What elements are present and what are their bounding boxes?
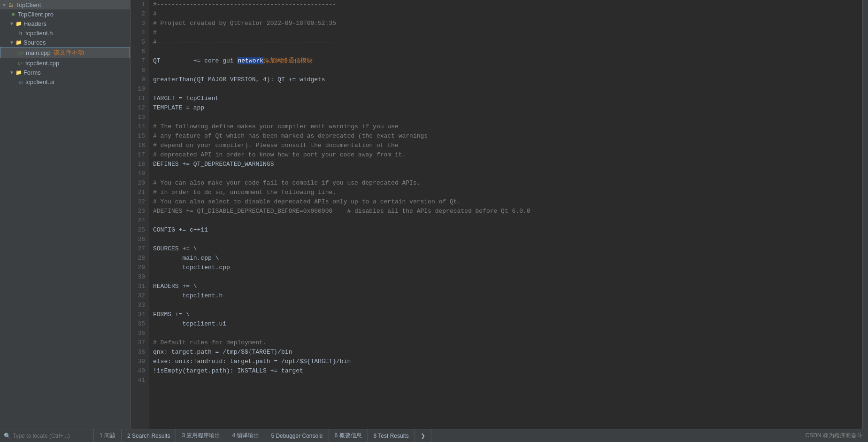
code-line-2: # xyxy=(153,9,859,19)
code-line-8 xyxy=(153,66,859,75)
code-line-30 xyxy=(153,272,859,282)
code-line-15: # any feature of Qt which has been marke… xyxy=(153,132,859,141)
code-line-1: #---------------------------------------… xyxy=(153,0,859,9)
cpp-file-icon: c+ xyxy=(17,49,25,56)
status-tab-more[interactable]: ❯ xyxy=(415,429,431,442)
status-tabs: 1 问题 2 Search Results 3 应用程序输出 4 编译输出 5 … xyxy=(94,429,799,442)
code-line-32: tcpclient.h xyxy=(153,291,859,301)
line-num-15: 15 xyxy=(134,132,145,141)
code-line-13 xyxy=(153,113,859,122)
status-tab-compile-output[interactable]: 4 编译输出 xyxy=(226,429,265,442)
tree-item-main-cpp[interactable]: c+ main.cpp 该文件不动 xyxy=(0,47,130,58)
code-line-25: CONFIG += c++11 xyxy=(153,225,859,235)
file-tree-sidebar: 🗂 TcpClient ■ TcpClient.pro 📁 Headers h … xyxy=(0,0,131,429)
tree-item-tcpclient-cpp[interactable]: c+ tcpclient.cpp xyxy=(0,58,130,68)
code-container: 1 2 3 4 5 6 7 8 9 10 11 12 13 14 15 16 1… xyxy=(131,0,862,429)
ui-file-icon: ui xyxy=(17,78,24,85)
tree-item-tcpclient-h[interactable]: h tcpclient.h xyxy=(0,28,130,38)
line-num-27: 27 xyxy=(134,244,145,254)
line-num-23: 23 xyxy=(134,207,145,216)
status-tab-app-output[interactable]: 3 应用程序输出 xyxy=(176,429,226,442)
line-num-18: 18 xyxy=(134,160,145,169)
line-num-32: 32 xyxy=(134,291,145,301)
pro-file-label: TcpClient.pro xyxy=(18,11,54,18)
tree-item-headers[interactable]: 📁 Headers xyxy=(0,19,130,28)
main-cpp-label: main.cpp xyxy=(26,49,51,56)
tree-item-tcpclient-ui[interactable]: ui tcpclient.ui xyxy=(0,77,130,86)
status-bar: 🔍 1 问题 2 Search Results 3 应用程序输出 4 编译输出 … xyxy=(0,429,868,442)
main-container: 🗂 TcpClient ■ TcpClient.pro 📁 Headers h … xyxy=(0,0,868,429)
code-line-27: SOURCES += \ xyxy=(153,244,859,254)
status-tab-search-results[interactable]: 2 Search Results xyxy=(122,429,176,442)
line-num-37: 37 xyxy=(134,338,145,348)
code-line-7: QT += core gui network添加网络通信模块 xyxy=(153,56,859,66)
tcpclient-cpp-label: tcpclient.cpp xyxy=(25,60,59,67)
search-input[interactable] xyxy=(13,433,83,439)
code-line-21: # In order to do so, uncomment the follo… xyxy=(153,188,859,197)
code-line-37: # Default rules for deployment. xyxy=(153,338,859,348)
tree-item-pro[interactable]: ■ TcpClient.pro xyxy=(0,9,130,19)
line-num-9: 9 xyxy=(134,75,145,85)
line-num-25: 25 xyxy=(134,225,145,235)
arrow-icon xyxy=(9,21,14,26)
tree-item-forms[interactable]: 📁 Forms xyxy=(0,68,130,77)
code-line-18: DEFINES += QT_DEPRECATED_WARNINGS xyxy=(153,160,859,169)
line-num-41: 41 xyxy=(134,376,145,385)
status-search-area: 🔍 xyxy=(0,429,94,442)
code-line-41 xyxy=(153,376,859,385)
line-num-19: 19 xyxy=(134,169,145,178)
code-line-14: # The following define makes your compil… xyxy=(153,122,859,132)
line-num-16: 16 xyxy=(134,141,145,150)
line-num-5: 5 xyxy=(134,38,145,47)
line-num-40: 40 xyxy=(134,366,145,376)
line-num-38: 38 xyxy=(134,348,145,357)
line-num-17: 17 xyxy=(134,150,145,160)
search-icon: 🔍 xyxy=(4,433,11,439)
line-num-35: 35 xyxy=(134,319,145,329)
line-num-11: 11 xyxy=(134,94,145,103)
project-label: TcpClient xyxy=(16,1,41,8)
line-num-3: 3 xyxy=(134,19,145,28)
line-num-8: 8 xyxy=(134,66,145,75)
status-tab-debugger-console[interactable]: 5 Debugger Console xyxy=(265,429,329,442)
code-line-36 xyxy=(153,329,859,338)
line-num-33: 33 xyxy=(134,301,145,310)
tcpclient-h-label: tcpclient.h xyxy=(25,30,53,37)
code-line-19 xyxy=(153,169,859,178)
forms-folder-icon: 📁 xyxy=(15,69,23,76)
tcpclient-ui-label: tcpclient.ui xyxy=(25,78,54,85)
cpp-file-icon2: c+ xyxy=(17,59,24,67)
code-line-16: # depend on your compiler). Please consu… xyxy=(153,141,859,150)
code-line-29: tcpclient.cpp xyxy=(153,263,859,272)
status-tab-test-results[interactable]: 8 Test Results xyxy=(368,429,415,442)
right-scrollbar[interactable] xyxy=(862,0,868,429)
code-line-24 xyxy=(153,216,859,225)
line-num-34: 34 xyxy=(134,310,145,319)
line-num-13: 13 xyxy=(134,113,145,122)
line-num-4: 4 xyxy=(134,28,145,38)
h-file-icon: h xyxy=(17,29,24,37)
headers-folder-icon: 📁 xyxy=(15,20,23,27)
tree-item-sources[interactable]: 📁 Sources xyxy=(0,38,130,47)
code-line-23: #DEFINES += QT_DISABLE_DEPRECATED_BEFORE… xyxy=(153,207,859,216)
status-tab-general-messages[interactable]: 6 概要信息 xyxy=(329,429,368,442)
code-line-9: greaterThan(QT_MAJOR_VERSION, 4): QT += … xyxy=(153,75,859,85)
line-num-24: 24 xyxy=(134,216,145,225)
forms-label: Forms xyxy=(23,69,41,76)
code-line-40: !isEmpty(target.path): INSTALLS += targe… xyxy=(153,366,859,376)
line-num-31: 31 xyxy=(134,282,145,291)
line-num-7: 7 xyxy=(134,56,145,66)
code-line-39: else: unix:!android: target.path = /opt/… xyxy=(153,357,859,366)
status-right-text: CSDN @为程序而奋斗 xyxy=(799,432,868,440)
line-num-26: 26 xyxy=(134,235,145,244)
tree-item-root[interactable]: 🗂 TcpClient xyxy=(0,0,130,9)
status-tab-issues[interactable]: 1 问题 xyxy=(94,429,122,442)
code-line-10 xyxy=(153,85,859,94)
code-editor[interactable]: 1 2 3 4 5 6 7 8 9 10 11 12 13 14 15 16 1… xyxy=(131,0,862,429)
headers-label: Headers xyxy=(23,20,46,27)
line-num-20: 20 xyxy=(134,178,145,188)
project-icon: 🗂 xyxy=(8,1,15,8)
pro-file-icon: ■ xyxy=(9,10,17,18)
code-line-22: # You can also select to disable depreca… xyxy=(153,197,859,207)
code-line-3: # Project created by QtCreator 2022-09-1… xyxy=(153,19,859,28)
